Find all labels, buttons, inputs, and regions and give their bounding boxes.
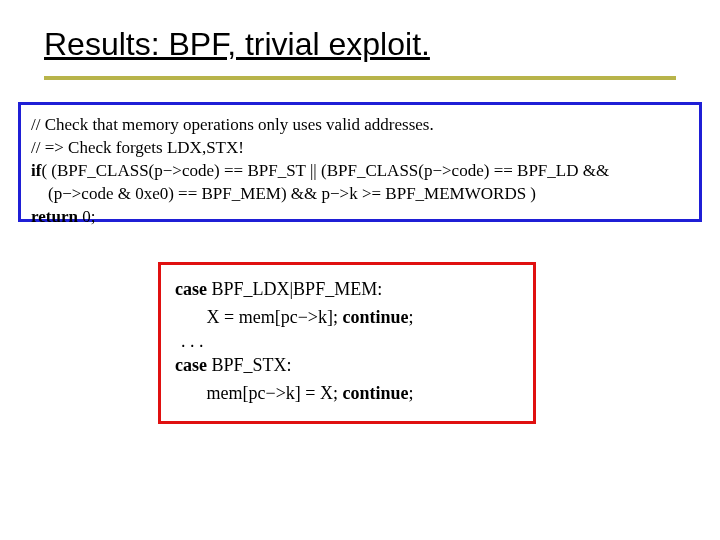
stx-body: mem[pc−>k] = X; continue; bbox=[175, 379, 521, 407]
return-val: 0; bbox=[78, 207, 95, 226]
kw-if: if bbox=[31, 161, 41, 180]
if-line-1: if( (BPF_CLASS(p−>code) == BPF_ST || (BP… bbox=[31, 159, 689, 182]
case-stx-line: case BPF_STX: bbox=[175, 351, 521, 379]
kw-continue-2: continue bbox=[342, 383, 408, 403]
slide-title: Results: BPF, trivial exploit. bbox=[44, 26, 430, 63]
semi-2: ; bbox=[408, 383, 413, 403]
stx-stmt: mem[pc−>k] = X; bbox=[175, 383, 342, 403]
ldx-stmt: X = mem[pc−>k]; bbox=[175, 307, 342, 327]
return-line: return 0; bbox=[31, 205, 689, 228]
if-line-2: (p−>code & 0xe0) == BPF_MEM) && p−>k >= … bbox=[31, 182, 689, 205]
kw-case-1: case bbox=[175, 279, 207, 299]
semi-1: ; bbox=[408, 307, 413, 327]
case-ldx-line: case BPF_LDX|BPF_MEM: bbox=[175, 275, 521, 303]
code-box-validation: // Check that memory operations only use… bbox=[18, 102, 702, 222]
cond-1: ( (BPF_CLASS(p−>code) == BPF_ST || (BPF_… bbox=[41, 161, 609, 180]
case-ldx-label: BPF_LDX|BPF_MEM: bbox=[207, 279, 382, 299]
comment-line-2: // => Check forgets LDX,STX! bbox=[31, 136, 689, 159]
code-box-interpreter: case BPF_LDX|BPF_MEM: X = mem[pc−>k]; co… bbox=[158, 262, 536, 424]
kw-case-2: case bbox=[175, 355, 207, 375]
kw-return: return bbox=[31, 207, 78, 226]
case-stx-label: BPF_STX: bbox=[207, 355, 292, 375]
ldx-body: X = mem[pc−>k]; continue; bbox=[175, 303, 521, 331]
kw-continue-1: continue bbox=[342, 307, 408, 327]
comment-line-1: // Check that memory operations only use… bbox=[31, 113, 689, 136]
ellipsis: . . . bbox=[175, 331, 521, 351]
title-underline-rule bbox=[44, 76, 676, 80]
slide: Results: BPF, trivial exploit. // Check … bbox=[0, 0, 720, 540]
